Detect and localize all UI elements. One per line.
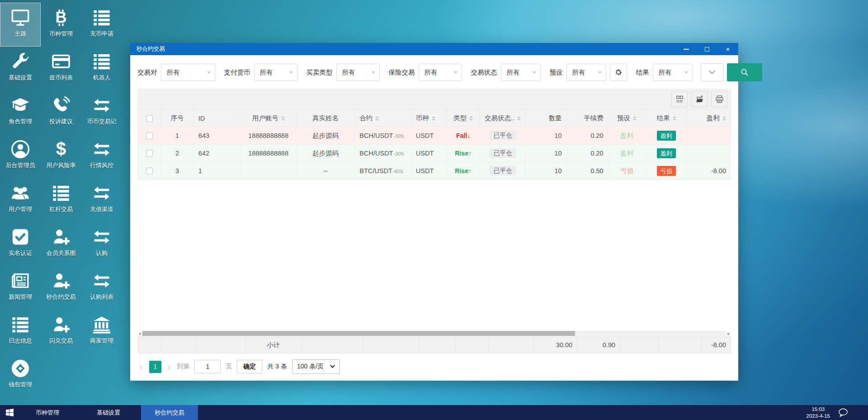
sort-icon[interactable] bbox=[673, 116, 676, 121]
desktop-icon[interactable]: 会员关系图 bbox=[41, 222, 81, 266]
column-header[interactable]: 币种 bbox=[411, 110, 446, 127]
filter-select-7[interactable]: 所有 bbox=[653, 64, 693, 81]
maximize-button[interactable] bbox=[697, 43, 717, 55]
desktop-icon-label: 充值渠道 bbox=[90, 205, 113, 213]
scroll-left-arrow[interactable]: ◂ bbox=[137, 331, 142, 336]
scroll-right-arrow[interactable]: ▸ bbox=[726, 331, 731, 336]
cell-coin: USDT bbox=[411, 145, 446, 162]
filter-select-5[interactable]: 所有 bbox=[501, 64, 541, 81]
result-badge: 亏损 bbox=[657, 166, 676, 176]
sort-icon[interactable] bbox=[469, 116, 473, 121]
desktop-icon[interactable]: 角色管理 bbox=[0, 90, 41, 134]
column-header[interactable]: 交易状态.. bbox=[480, 110, 526, 127]
filter-select-3[interactable]: 所有 bbox=[336, 64, 380, 81]
export-button[interactable] bbox=[691, 91, 708, 107]
minimize-icon bbox=[684, 49, 689, 50]
desktop-icon[interactable]: 新闻管理 bbox=[0, 266, 41, 310]
desktop-icon[interactable]: 投诉建议 bbox=[41, 90, 81, 134]
scrollbar-track[interactable] bbox=[142, 331, 726, 336]
row-checkbox[interactable] bbox=[146, 168, 153, 175]
filter-select-1[interactable]: 所有 bbox=[161, 64, 215, 81]
row-checkbox[interactable] bbox=[146, 150, 153, 157]
sort-icon[interactable] bbox=[517, 116, 521, 121]
filter-select-2[interactable]: 所有 bbox=[254, 64, 297, 81]
desktop-icon[interactable]: 认购列表 bbox=[81, 266, 122, 310]
desktop-icon[interactable]: 商家管理 bbox=[81, 310, 122, 354]
summary-table-row: 小计30.000.90-8.00 bbox=[138, 337, 731, 354]
desktop-icon[interactable]: 提币列表 bbox=[41, 47, 81, 90]
close-button[interactable]: × bbox=[717, 43, 738, 55]
expand-filters-button[interactable] bbox=[701, 63, 723, 81]
select-all-checkbox[interactable] bbox=[146, 115, 153, 122]
desktop-icon[interactable]: 实名认证 bbox=[0, 222, 41, 266]
desktop-icon[interactable]: 闪兑交易 bbox=[41, 310, 81, 354]
current-page-button[interactable]: 1 bbox=[149, 361, 161, 373]
cell-name: -- bbox=[296, 162, 354, 180]
desktop-icon[interactable]: 秒合约交易 bbox=[41, 266, 81, 310]
horizontal-scrollbar[interactable]: ◂ ▸ bbox=[137, 330, 731, 336]
table-row[interactable]: 164318888888888起步源码BCH/USDT-30SUSDTFall↓… bbox=[138, 127, 731, 145]
taskbar-item[interactable]: 币种管理 bbox=[19, 405, 76, 420]
desktop-icon-label: 充币申请 bbox=[90, 30, 113, 38]
desktop-icon[interactable]: 认购 bbox=[81, 222, 122, 266]
next-page-button[interactable]: › bbox=[166, 362, 172, 371]
sort-icon[interactable] bbox=[375, 116, 379, 121]
filter-label: 交易对 bbox=[137, 68, 157, 77]
desktop-icon-label: 角色管理 bbox=[9, 118, 32, 126]
sort-icon[interactable] bbox=[633, 116, 637, 121]
speech-bubble-icon[interactable] bbox=[837, 408, 849, 418]
caret-down-icon bbox=[372, 71, 375, 74]
table-row[interactable]: 264218888888888起步源码BCH/USDT-30SUSDTRise↑… bbox=[138, 145, 731, 162]
column-header[interactable]: 合约 bbox=[355, 110, 411, 127]
prev-page-button[interactable]: ‹ bbox=[138, 362, 144, 371]
print-button[interactable] bbox=[711, 91, 727, 107]
desktop-icon[interactable]: 机器人 bbox=[81, 47, 122, 90]
sort-icon[interactable] bbox=[432, 116, 435, 121]
maximize-icon bbox=[705, 47, 709, 52]
column-header[interactable]: 类型 bbox=[447, 110, 480, 127]
column-header[interactable]: 用户账号 bbox=[241, 110, 296, 127]
minimize-button[interactable] bbox=[676, 43, 697, 55]
column-header[interactable]: 预设 bbox=[608, 110, 646, 127]
column-header[interactable]: 结果 bbox=[646, 110, 687, 127]
columns-button[interactable] bbox=[671, 91, 688, 107]
table-row[interactable]: 31--BTC/USDT-60SUSDTRise↑已平仓100.50亏损亏损-8… bbox=[138, 162, 731, 180]
page-size-select[interactable]: 100 条/页 bbox=[292, 359, 340, 374]
print-icon bbox=[715, 94, 724, 104]
clock-time: 15:03 bbox=[807, 406, 830, 413]
filter-bar: 交易对所有支付货币所有买卖类型所有保险交易所有交易状态所有预设所有结果所有 bbox=[130, 55, 738, 89]
search-button[interactable] bbox=[727, 63, 762, 81]
column-header[interactable]: 盈利 bbox=[687, 110, 731, 127]
cell-fee: 0.50 bbox=[566, 162, 608, 180]
sort-icon[interactable] bbox=[281, 116, 285, 121]
desktop-icon[interactable]: 充值渠道 bbox=[81, 178, 122, 222]
desktop-icon[interactable]: $用户风险率 bbox=[41, 134, 81, 178]
phone-icon bbox=[51, 94, 71, 116]
taskbar-item[interactable]: 秒合约交易 bbox=[141, 405, 198, 420]
desktop-icon[interactable]: 充币申请 bbox=[81, 3, 122, 47]
desktop-icon[interactable]: 后台管理员 bbox=[0, 134, 41, 178]
desktop-icon[interactable]: 币币交易记 bbox=[81, 90, 122, 134]
goto-page-input[interactable] bbox=[194, 360, 221, 373]
desktop-icon[interactable]: 杠杆交易 bbox=[41, 178, 81, 222]
filter-select-6[interactable]: 所有 bbox=[566, 64, 606, 81]
start-button[interactable] bbox=[0, 405, 19, 420]
desktop-icon[interactable]: 行情风控 bbox=[81, 134, 122, 178]
preset-settings-button[interactable] bbox=[610, 64, 627, 81]
filter-select-4[interactable]: 所有 bbox=[419, 64, 462, 81]
caret-down-icon bbox=[207, 71, 211, 74]
sort-icon[interactable] bbox=[722, 116, 726, 121]
desktop-icon[interactable]: B币种管理 bbox=[41, 3, 81, 47]
desktop-icon[interactable]: 基础设置 bbox=[0, 47, 41, 90]
scrollbar-thumb[interactable] bbox=[142, 331, 575, 336]
desktop-icon[interactable]: 主题 bbox=[0, 3, 41, 47]
desktop-icon[interactable]: 钱包管理 bbox=[0, 354, 41, 397]
confirm-button[interactable]: 确定 bbox=[237, 360, 262, 373]
window-titlebar[interactable]: 秒合约交易 × bbox=[130, 43, 738, 55]
desktop-icon[interactable]: 日志信息 bbox=[0, 310, 41, 354]
column-header: 数量 bbox=[526, 110, 567, 127]
taskbar-item[interactable]: 基础设置 bbox=[80, 405, 137, 420]
desktop-icon[interactable]: 用户管理 bbox=[0, 178, 41, 222]
summary-cell bbox=[455, 337, 489, 354]
row-checkbox[interactable] bbox=[146, 132, 153, 139]
